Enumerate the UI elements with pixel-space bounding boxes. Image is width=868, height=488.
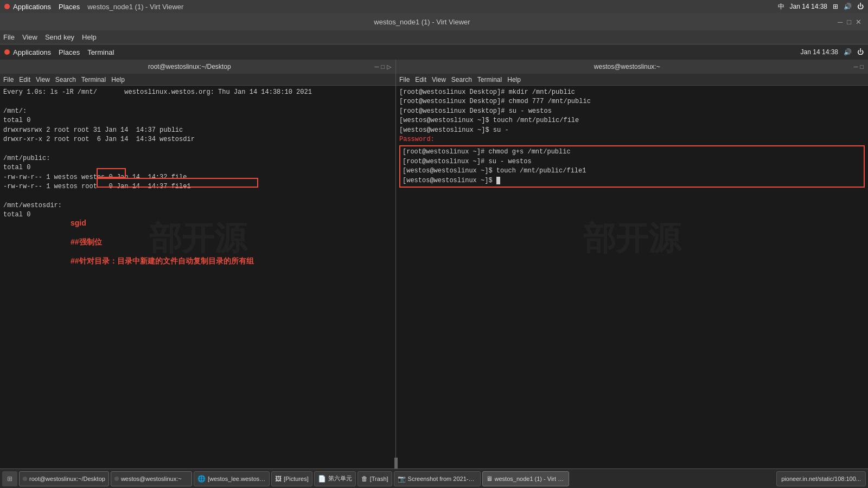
taskbar-item-pictures[interactable]: 🖼 [Pictures] bbox=[271, 471, 312, 486]
terminal-left: root@westoslinux:~/Desktop ─ □ ▷ File Ed… bbox=[0, 60, 396, 468]
term-left-minimize[interactable]: ─ bbox=[375, 63, 379, 70]
watermark: 部开源 bbox=[149, 217, 247, 261]
virt-menu-help[interactable]: Help bbox=[82, 33, 97, 41]
annotation-comment2: ##针对目录：目录中新建的文件自动复制目录的所有组 bbox=[71, 256, 254, 266]
terminal-right-body[interactable]: [root@westoslinux Desktop]# mkdir /mnt/p… bbox=[396, 86, 868, 468]
taskbar-item-screenshot[interactable]: 📷 Screenshot from 2021-01-... bbox=[394, 471, 481, 486]
outer-system-bar: Applications Places westos_node1 (1) - V… bbox=[0, 0, 868, 13]
virt-menu-file[interactable]: File bbox=[3, 33, 15, 41]
term-left-menu-search[interactable]: Search bbox=[55, 76, 76, 84]
taskbar-dot-2 bbox=[114, 477, 119, 481]
term-line-10: /mnt/westosdir: bbox=[3, 201, 392, 210]
taskbar-dot-1 bbox=[23, 477, 27, 481]
taskbar-item-unit6[interactable]: 📄 第六单元 bbox=[314, 471, 356, 486]
virt-window-controls: ─ □ ✕ bbox=[838, 18, 861, 26]
virt-menubar: File View Send key Help bbox=[0, 30, 868, 44]
taskbar-item-trash[interactable]: 🗑 [Trash] bbox=[358, 471, 392, 486]
terminals-container: root@westoslinux:~/Desktop ─ □ ▷ File Ed… bbox=[0, 60, 868, 468]
term-right-menu-help[interactable]: Help bbox=[507, 76, 521, 84]
taskbar-item-westos[interactable]: westos@westoslinux:~ bbox=[111, 471, 192, 486]
virt-close-btn[interactable]: ✕ bbox=[856, 18, 861, 26]
inner-applications-menu[interactable]: Applications bbox=[13, 48, 51, 56]
outer-bar-left: Applications Places westos_node1 (1) - V… bbox=[4, 3, 183, 11]
term-left-menu-view[interactable]: View bbox=[36, 76, 50, 84]
outer-power-icon[interactable]: ⏻ bbox=[857, 3, 864, 10]
term-right-menu-search[interactable]: Search bbox=[451, 76, 472, 84]
taskbar-icon-screenshot: 📷 bbox=[398, 475, 406, 483]
taskbar-label-8: westos_node1 (1) - Virt Vi... bbox=[495, 476, 565, 482]
inner-power-icon[interactable]: ⏻ bbox=[857, 48, 864, 56]
term-line-4: drwxrwsrwx 2 root root 31 Jan 14 14:37 p… bbox=[3, 126, 392, 135]
inner-terminal-menu[interactable]: Terminal bbox=[87, 48, 114, 56]
virt-title: westos_node1 (1) - Virt Viewer bbox=[7, 18, 838, 26]
outer-volume-icon: 🔊 bbox=[844, 3, 852, 10]
taskbar-icon-trash: 🗑 bbox=[361, 475, 368, 483]
inner-places-menu[interactable]: Places bbox=[59, 48, 80, 56]
rterm-line-9: [westos@westoslinux ~]$ bbox=[403, 176, 861, 185]
term-right-menu-terminal[interactable]: Terminal bbox=[477, 76, 502, 84]
terminal-left-body[interactable]: Every 1.0s: ls -lR /mnt/ westoslinux.wes… bbox=[0, 86, 395, 468]
term-right-menu-file[interactable]: File bbox=[399, 76, 410, 84]
term-line-8: -rw-rw-r-- 1 westos westos 0 Jan 14 14:3… bbox=[3, 173, 392, 182]
term-right-maximize[interactable]: □ bbox=[860, 63, 864, 70]
terminal-right: westos@westoslinux:~ ─ □ File Edit View … bbox=[396, 60, 868, 468]
taskbar: ⊞ root@westoslinux:~/Desktop westos@west… bbox=[0, 468, 868, 488]
taskbar-icon-web: 🌐 bbox=[197, 475, 206, 483]
term-left-menu-terminal[interactable]: Terminal bbox=[81, 76, 106, 84]
taskbar-icon-pictures: 🖼 bbox=[275, 475, 282, 483]
term-left-menu-help[interactable]: Help bbox=[111, 76, 125, 84]
outer-ime: 中 bbox=[778, 2, 784, 11]
taskbar-label-2: westos@westoslinux:~ bbox=[121, 476, 182, 482]
term-line-2: /mnt/: bbox=[3, 107, 392, 116]
term-line-blank3 bbox=[3, 191, 392, 201]
taskbar-label-1: root@westoslinux:~/Desktop bbox=[29, 476, 105, 482]
terminal-divider-handle[interactable] bbox=[394, 458, 398, 468]
terminal-right-controls: ─ □ bbox=[854, 63, 864, 70]
term-left-maximize[interactable]: □ bbox=[381, 63, 385, 70]
rterm-line-8: [westos@westoslinux ~]$ touch /mnt/publi… bbox=[403, 166, 861, 176]
virt-menu-view[interactable]: View bbox=[22, 33, 37, 41]
inner-topbar-left: Applications Places Terminal bbox=[4, 48, 114, 56]
terminal-right-title: westos@westoslinux:~ bbox=[400, 63, 854, 70]
term-right-menu-edit[interactable]: Edit bbox=[415, 76, 426, 84]
outer-places-menu[interactable]: Places bbox=[59, 3, 80, 11]
taskbar-right-url[interactable]: pioneer.in.net/static/108:100... bbox=[776, 471, 866, 486]
inner-topbar: Applications Places Terminal Jan 14 14:3… bbox=[0, 44, 868, 60]
rterm-line-4: [westos@westoslinux ~]$ touch /mnt/publi… bbox=[399, 116, 865, 125]
term-line-1: Every 1.0s: ls -lR /mnt/ westoslinux.wes… bbox=[3, 88, 392, 97]
inner-volume-icon[interactable]: 🔊 bbox=[844, 48, 852, 56]
rterm-line-5: [westos@westoslinux ~]$ su - bbox=[399, 126, 865, 135]
virt-titlebar: westos_node1 (1) - Virt Viewer ─ □ ✕ bbox=[0, 13, 868, 30]
taskbar-label-3: [westos_lee.westos.com:8 ... bbox=[208, 476, 266, 482]
outer-network-icon: ⊞ bbox=[833, 3, 838, 10]
term-right-menu-view[interactable]: View bbox=[432, 76, 446, 84]
term-left-menu-file[interactable]: File bbox=[3, 76, 14, 84]
outer-bar-right: 中 Jan 14 14:38 ⊞ 🔊 ⏻ bbox=[778, 2, 864, 11]
taskbar-label-7: Screenshot from 2021-01-... bbox=[408, 476, 477, 482]
taskbar-icon-unit6: 📄 bbox=[318, 475, 326, 483]
annotation-comment1: ##强制位 bbox=[71, 237, 102, 247]
virt-menu-sendkey[interactable]: Send key bbox=[45, 33, 74, 41]
inner-red-dot bbox=[4, 49, 10, 55]
term-left-expand[interactable]: ▷ bbox=[387, 63, 391, 70]
taskbar-item-virt[interactable]: 🖥 westos_node1 (1) - Virt Vi... bbox=[482, 471, 569, 486]
right-watermark: 部开源 bbox=[583, 217, 681, 261]
virt-maximize-btn[interactable]: □ bbox=[847, 18, 851, 26]
taskbar-pager-icon[interactable]: ⊞ bbox=[2, 471, 17, 486]
terminal-left-titlebar: root@westoslinux:~/Desktop ─ □ ▷ bbox=[0, 60, 395, 74]
term-left-menu-edit[interactable]: Edit bbox=[19, 76, 30, 84]
virt-minimize-btn[interactable]: ─ bbox=[838, 18, 843, 26]
taskbar-label-6: [Trash] bbox=[370, 476, 388, 482]
taskbar-item-root-desktop[interactable]: root@westoslinux:~/Desktop bbox=[19, 471, 109, 486]
term-line-blank2 bbox=[3, 144, 392, 153]
inner-topbar-right: Jan 14 14:38 🔊 ⏻ bbox=[801, 48, 864, 56]
term-line-9: -rw-rw-r-- 1 westos root 0 Jan 14 14:37 … bbox=[3, 182, 392, 191]
rterm-line-3: [root@westoslinux Desktop]# su - westos bbox=[399, 107, 865, 116]
rterm-line-1: [root@westoslinux Desktop]# mkdir /mnt/p… bbox=[399, 88, 865, 97]
outer-applications-menu[interactable]: Applications bbox=[13, 3, 51, 11]
taskbar-item-web[interactable]: 🌐 [westos_lee.westos.com:8 ... bbox=[194, 471, 270, 486]
outer-datetime: Jan 14 14:38 bbox=[790, 3, 827, 10]
term-right-minimize[interactable]: ─ bbox=[854, 63, 858, 70]
outer-title: westos_node1 (1) - Virt Viewer bbox=[87, 3, 183, 11]
terminal-left-controls: ─ □ ▷ bbox=[375, 63, 391, 70]
